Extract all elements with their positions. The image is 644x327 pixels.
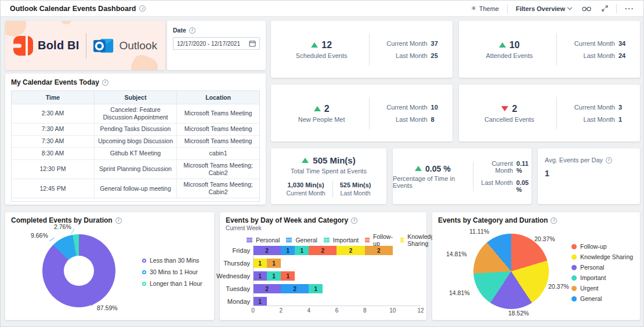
legend-item[interactable]: Less than 30 Mins <box>142 257 202 264</box>
legend-label: Personal <box>580 264 604 271</box>
bar-segment-personal[interactable]: 2 <box>253 284 281 293</box>
completed-events-by-duration-card: Completed Events by Duration i 2.76% 9.6… <box>5 212 214 320</box>
bar-segment-important[interactable]: 1 <box>295 246 309 255</box>
table-cell: Sprint Planning Discussion <box>94 159 176 179</box>
donut-chart[interactable] <box>42 234 115 307</box>
date-range-input[interactable]: 12/17/2020 - 12/17/2021 <box>173 37 260 50</box>
fullscreen-button[interactable] <box>599 4 610 13</box>
current-month-value: 10 <box>431 104 438 111</box>
kpi-card-percentage-of-time: 0.05 % Percentage of Time in Events Curr… <box>393 148 531 204</box>
current-month-value: 37 <box>431 40 438 47</box>
table-cell: 7:30 AM <box>12 135 94 147</box>
kpi-card-new-people-met: 2 New People Met Current Month10 Last Mo… <box>271 85 453 141</box>
preview-button[interactable] <box>580 5 594 13</box>
bar-segment-urgent[interactable]: 1 <box>267 259 281 268</box>
legend-marker-icon <box>142 270 146 274</box>
donut-legend: Less than 30 Mins30 Mins to 1 HourLonger… <box>142 257 202 287</box>
bar-segment-personal[interactable]: 2 <box>253 246 281 255</box>
table-row[interactable]: 12:30 PMSprint Planning DiscussionMicros… <box>12 159 259 179</box>
current-month-value: 1,030 Min(s) <box>288 181 324 188</box>
bar-track: 111 <box>253 271 295 281</box>
avg-events-info-icon[interactable]: i <box>606 157 612 164</box>
table-cell: Upcoming blogs Discussion <box>94 135 176 147</box>
theme-button[interactable]: ✳ Theme <box>469 3 501 13</box>
last-month-label: Last Month <box>566 52 615 59</box>
bar-segment-follow-up[interactable]: 2 <box>309 246 337 255</box>
date-info-icon[interactable]: i <box>189 27 196 34</box>
bar-segment-personal[interactable]: 1 <box>253 271 267 281</box>
current-month-label: Current Month <box>287 190 325 197</box>
bar-segment-knowledge-sharing[interactable]: 2 <box>337 246 364 255</box>
legend-marker-icon <box>324 238 330 242</box>
legend-label: Personal <box>256 237 280 244</box>
bar-track: 11 <box>253 259 281 268</box>
calendar-icon[interactable] <box>249 40 256 47</box>
bar-info-icon[interactable]: i <box>351 217 357 224</box>
y-axis-line <box>253 245 254 306</box>
current-month-label: Current Month <box>566 104 615 111</box>
bar-segment-important[interactable]: 1 <box>267 271 281 281</box>
bar-segment-follow-up[interactable]: 1 <box>281 271 295 281</box>
date-filter-card: Date i 12/17/2020 - 12/17/2021 <box>167 21 266 70</box>
current-month-label: Current Month <box>379 104 428 111</box>
table-row[interactable]: 7:30 AMPending Tasks DiscussionMicrosoft… <box>12 123 259 135</box>
logo-divider <box>86 33 86 59</box>
category-label: Thursday <box>223 260 250 267</box>
donut-info-icon[interactable]: i <box>115 217 122 224</box>
table-row[interactable]: 2:30 AMCanceled: Feature Discussion Appo… <box>12 104 259 123</box>
table-row[interactable]: 8:30 AMGithub KT Meetingcabin1 <box>12 147 259 159</box>
pct-delta-value: 0.05 % <box>425 164 451 173</box>
legend-label: 30 Mins to 1 Hour <box>150 268 198 275</box>
chevron-down-icon <box>567 5 572 10</box>
pie-chart[interactable] <box>473 234 549 309</box>
header-divider <box>507 4 508 13</box>
more-options-button[interactable]: ··· <box>623 3 636 14</box>
legend-item[interactable]: Urgent <box>571 285 633 292</box>
theme-label: Theme <box>479 5 499 12</box>
current-month-label: Current Month <box>379 40 428 47</box>
x-axis-tick: 4 <box>307 307 311 314</box>
page-title: Outlook Calendar Events Dashboard i <box>10 5 146 13</box>
legend-item[interactable]: Knowledge Sharing <box>571 253 633 260</box>
table-row[interactable]: 12:45 PMGeneral follow-up meetingMicroso… <box>12 179 259 198</box>
bar-chart-subtitle: Current Week <box>226 225 421 231</box>
slice-label: 14.81% <box>449 289 470 296</box>
kpi-label: Attended Events <box>486 52 533 59</box>
date-range-value: 12/17/2020 - 12/17/2021 <box>177 41 240 47</box>
filters-overview-button[interactable]: Filters Overview <box>513 4 574 13</box>
legend-marker-icon <box>571 286 577 291</box>
leader-line <box>71 228 75 234</box>
legend-item[interactable]: 30 Mins to 1 Hour <box>142 268 202 275</box>
kpi-label: New People Met <box>298 116 345 123</box>
bar-segment-knowledge-sharing[interactable]: 1 <box>253 259 267 268</box>
column-header[interactable]: Subject <box>94 91 176 104</box>
legend-item[interactable]: Longer than 1 Hour <box>142 280 202 287</box>
legend-item[interactable]: General <box>571 295 633 302</box>
table-cell: Github KT Meeting <box>94 147 176 159</box>
header-controls: ✳ Theme Filters Overview ··· <box>469 3 636 14</box>
calendar-info-icon[interactable]: i <box>102 79 108 86</box>
last-month-label: Last Month <box>479 179 513 186</box>
trend-up-icon <box>314 106 321 111</box>
column-header[interactable]: Location <box>177 91 259 104</box>
table-row[interactable]: 7:30 AMUpcoming blogs DiscussionMicrosof… <box>12 135 259 147</box>
legend-item[interactable]: Important <box>571 274 633 281</box>
legend-item[interactable]: Personal <box>571 264 633 271</box>
slice-label: 20.37% <box>548 283 569 290</box>
bar-row: Thursday11 <box>220 259 426 268</box>
bar-segment-general[interactable]: 1 <box>281 246 295 255</box>
table-cell: cabin1 <box>177 147 259 159</box>
table-cell: Microsoft Teams Meeting <box>177 104 259 123</box>
title-info-icon[interactable]: i <box>139 5 146 12</box>
last-month-label: Last Month <box>566 116 615 123</box>
pie-info-icon[interactable]: i <box>551 217 557 224</box>
bar-segment-personal[interactable]: 1 <box>253 297 267 306</box>
bar-segment-important[interactable]: 1 <box>309 284 323 293</box>
decorative-blob <box>61 21 71 24</box>
legend-label: Urgent <box>580 285 599 292</box>
bar-segment-urgent[interactable]: 2 <box>365 246 393 255</box>
legend-label: General <box>295 237 317 244</box>
bar-segment-general[interactable]: 2 <box>281 284 309 293</box>
column-header[interactable]: Time <box>12 91 94 104</box>
legend-item[interactable]: Follow-up <box>571 243 633 250</box>
